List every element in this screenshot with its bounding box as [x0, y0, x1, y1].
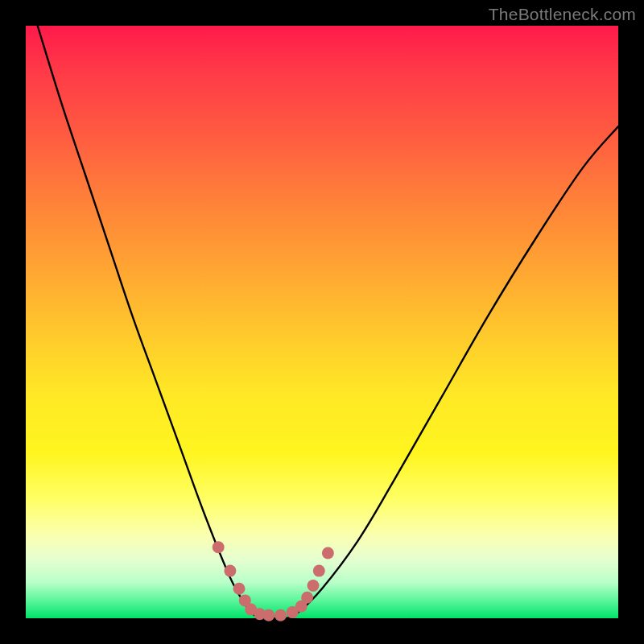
highlight-dot — [213, 541, 225, 553]
highlight-dot — [224, 565, 236, 577]
chart-frame: TheBottleneck.com — [0, 0, 644, 644]
watermark-text: TheBottleneck.com — [489, 5, 636, 24]
highlight-dot — [301, 592, 313, 604]
chart-svg — [26, 26, 618, 618]
plot-area — [26, 26, 618, 618]
highlight-dot — [313, 565, 325, 577]
bottleneck-curve — [38, 26, 618, 619]
highlight-dot — [275, 609, 287, 621]
highlight-markers — [213, 541, 334, 621]
highlight-dot — [262, 609, 275, 621]
highlight-dot — [233, 583, 246, 595]
highlight-dot — [322, 547, 334, 559]
highlight-dot — [308, 580, 320, 592]
